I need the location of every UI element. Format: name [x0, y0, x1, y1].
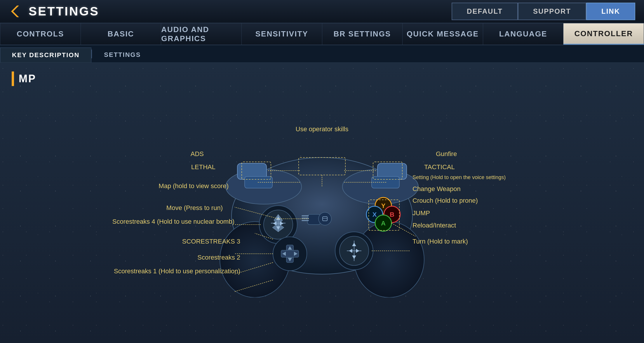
- label-tactical: TACTICAL: [424, 163, 455, 171]
- section-label: MP: [19, 73, 36, 85]
- tab-controller[interactable]: CONTROLLER: [563, 23, 644, 45]
- label-scorestreaks1: Scorestreaks 1 (Hold to use personalizat…: [114, 267, 240, 276]
- svg-text:B: B: [390, 211, 394, 218]
- label-scorestreaks2: Scorestreaks 2: [197, 254, 240, 261]
- label-setting: Setting (Hold to open the voice settings…: [412, 174, 506, 181]
- label-move: Move (Press to run): [166, 204, 223, 212]
- label-map: Map (hold to view score): [159, 182, 229, 190]
- logo-area: SETTINGS: [9, 4, 99, 19]
- top-buttons: DEFAULT SUPPORT LINK: [452, 3, 635, 20]
- tab-basic[interactable]: BASIC: [81, 23, 161, 45]
- label-use-operator: Use operator skills: [296, 125, 349, 133]
- svg-text:X: X: [373, 211, 377, 218]
- label-crouch: Crouch (Hold to prone): [412, 197, 478, 204]
- tab-audio-graphics[interactable]: AUDIO AND GRAPHICS: [161, 23, 242, 45]
- main-content: MP: [0, 63, 644, 343]
- label-gunfire: Gunfire: [436, 150, 457, 158]
- tab-language[interactable]: LANGUAGE: [483, 23, 564, 45]
- support-button[interactable]: SUPPORT: [518, 3, 586, 20]
- label-scorestreaks4: Scorestreaks 4 (Hold to use nuclear bomb…: [112, 217, 234, 226]
- svg-rect-36: [302, 215, 309, 216]
- tab-quick-message[interactable]: QUICK MESSAGE: [403, 23, 483, 45]
- label-jump: JUMP: [412, 209, 430, 217]
- label-turn: Turn (Hold to mark): [412, 238, 468, 245]
- tab-sensitivity[interactable]: SENSITIVITY: [242, 23, 322, 45]
- label-scorestreaks3: SCORESTREAKS 3: [182, 238, 240, 245]
- top-bar: SETTINGS DEFAULT SUPPORT LINK: [0, 0, 644, 23]
- label-change-weapon: Change Weapon: [412, 185, 461, 193]
- controller-diagram: Y X B A: [12, 95, 632, 343]
- svg-text:A: A: [381, 220, 386, 227]
- subtab-key-description[interactable]: KEY DESCRIPTION: [0, 48, 91, 62]
- app-title: SETTINGS: [29, 4, 99, 18]
- subtab-settings[interactable]: SETTINGS: [92, 47, 153, 62]
- link-button[interactable]: LINK: [586, 3, 635, 20]
- label-lethal: LETHAL: [191, 163, 215, 171]
- section-bar: [12, 71, 14, 86]
- default-button[interactable]: DEFAULT: [452, 3, 518, 20]
- tab-br-settings[interactable]: BR SETTINGS: [322, 23, 403, 45]
- svg-rect-38: [302, 220, 309, 221]
- svg-text:Y: Y: [381, 202, 386, 209]
- svg-point-39: [318, 212, 331, 225]
- nav-tabs: CONTROLS BASIC AUDIO AND GRAPHICS SENSIT…: [0, 23, 644, 45]
- label-reload: Reload/Interact: [412, 222, 456, 229]
- svg-marker-0: [11, 6, 19, 17]
- back-icon[interactable]: [9, 4, 23, 19]
- section-title: MP: [12, 71, 632, 86]
- tab-controls[interactable]: CONTROLS: [0, 23, 81, 45]
- label-ads: ADS: [191, 150, 204, 158]
- sub-tabs: KEY DESCRIPTION SETTINGS: [0, 45, 644, 63]
